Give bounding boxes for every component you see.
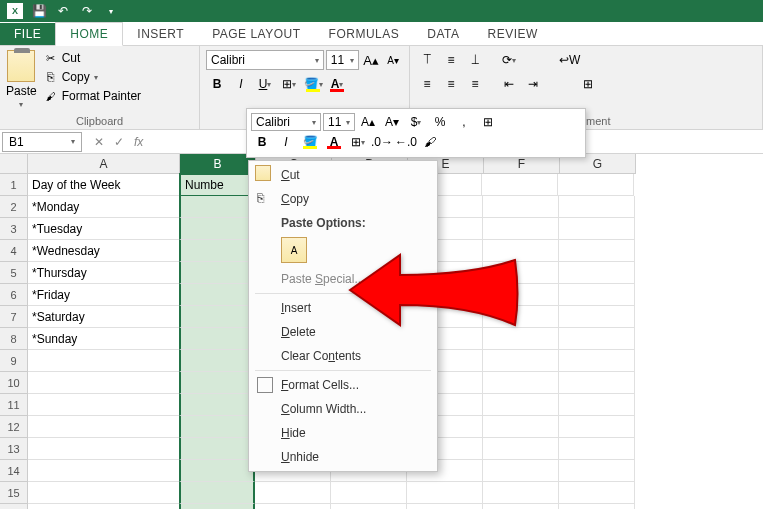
cell-D16[interactable] xyxy=(331,504,407,509)
tab-formulas[interactable]: FORMULAS xyxy=(315,23,414,45)
row-header[interactable]: 9 xyxy=(0,350,28,372)
bold-button[interactable]: B xyxy=(206,74,228,94)
row-header[interactable]: 1 xyxy=(0,174,28,196)
cell-G8[interactable] xyxy=(559,328,635,350)
row-header[interactable]: 7 xyxy=(0,306,28,328)
cell-A7[interactable]: *Saturday xyxy=(28,306,180,328)
align-top-icon[interactable]: ⟙ xyxy=(416,50,438,70)
row-header[interactable]: 5 xyxy=(0,262,28,284)
cell-D15[interactable] xyxy=(331,482,407,504)
increase-indent-icon[interactable]: ⇥ xyxy=(522,74,544,94)
cell-B7[interactable] xyxy=(179,306,255,328)
row-header[interactable]: 12 xyxy=(0,416,28,438)
cm-copy[interactable]: Copy xyxy=(251,187,435,211)
cell-G5[interactable] xyxy=(559,262,635,284)
cell-G14[interactable] xyxy=(559,460,635,482)
cell-B2[interactable] xyxy=(179,196,255,218)
mini-borders-icon[interactable]: ⊞ xyxy=(477,113,499,131)
cell-B13[interactable] xyxy=(179,438,255,460)
cell-G12[interactable] xyxy=(559,416,635,438)
align-center-icon[interactable]: ≡ xyxy=(440,74,462,94)
cut-button[interactable]: Cut xyxy=(41,50,144,66)
borders-button[interactable]: ⊞▾ xyxy=(278,74,300,94)
italic-button[interactable]: I xyxy=(230,74,252,94)
cell-G16[interactable] xyxy=(559,504,635,509)
cell-F12[interactable] xyxy=(483,416,559,438)
row-header[interactable]: 3 xyxy=(0,218,28,240)
font-name-select[interactable]: Calibri▾ xyxy=(206,50,324,70)
cm-clear-contents[interactable]: Clear Contents xyxy=(251,344,435,368)
cm-format-cells[interactable]: Format Cells... xyxy=(251,373,435,397)
merge-center-button[interactable]: ⊞ xyxy=(578,74,598,94)
cell-G9[interactable] xyxy=(559,350,635,372)
fill-color-button[interactable]: 🪣▾ xyxy=(302,74,324,94)
mini-shrink-font-icon[interactable]: A▾ xyxy=(381,113,403,131)
cell-G6[interactable] xyxy=(559,284,635,306)
copy-button[interactable]: Copy▾ xyxy=(41,69,144,85)
align-right-icon[interactable]: ≡ xyxy=(464,74,486,94)
row-header[interactable]: 6 xyxy=(0,284,28,306)
row-header[interactable]: 13 xyxy=(0,438,28,460)
cell-B6[interactable] xyxy=(179,284,255,306)
cell-F9[interactable] xyxy=(483,350,559,372)
cell-B11[interactable] xyxy=(179,394,255,416)
row-header[interactable]: 15 xyxy=(0,482,28,504)
cell-G7[interactable] xyxy=(559,306,635,328)
mini-format-painter-icon[interactable]: 🖌 xyxy=(419,133,441,151)
cell-B5[interactable] xyxy=(179,262,255,284)
enter-formula-icon[interactable]: ✓ xyxy=(110,135,128,149)
cm-cut[interactable]: Cut xyxy=(251,163,435,187)
cell-B8[interactable] xyxy=(179,328,255,350)
cell-A2[interactable]: *Monday xyxy=(28,196,180,218)
decrease-font-icon[interactable]: A▾ xyxy=(383,50,403,70)
cell-A1[interactable]: Day of the Week xyxy=(28,174,180,196)
cell-G4[interactable] xyxy=(559,240,635,262)
cell-E16[interactable] xyxy=(407,504,483,509)
tab-home[interactable]: HOME xyxy=(55,22,123,46)
undo-icon[interactable]: ↶ xyxy=(52,2,74,20)
cell-B16[interactable] xyxy=(179,504,255,509)
cell-G3[interactable] xyxy=(559,218,635,240)
row-header[interactable]: 4 xyxy=(0,240,28,262)
cell-F16[interactable] xyxy=(483,504,559,509)
mini-decimal-dec-icon[interactable]: ←.0 xyxy=(395,133,417,151)
row-header[interactable]: 8 xyxy=(0,328,28,350)
align-left-icon[interactable]: ≡ xyxy=(416,74,438,94)
row-header[interactable]: 16 xyxy=(0,504,28,509)
mini-borders2-icon[interactable]: ⊞▾ xyxy=(347,133,369,151)
cell-A16[interactable] xyxy=(28,504,180,509)
cell-F3[interactable] xyxy=(483,218,559,240)
cell-B4[interactable] xyxy=(179,240,255,262)
mini-font-size[interactable]: 11▾ xyxy=(323,113,355,131)
cell-G15[interactable] xyxy=(559,482,635,504)
format-painter-button[interactable]: Format Painter xyxy=(41,88,144,104)
name-box[interactable]: B1▾ xyxy=(2,132,82,152)
cell-B3[interactable] xyxy=(179,218,255,240)
mini-comma-icon[interactable]: , xyxy=(453,113,475,131)
save-icon[interactable]: 💾 xyxy=(28,2,50,20)
row-header[interactable]: 14 xyxy=(0,460,28,482)
cell-C16[interactable] xyxy=(255,504,331,509)
align-bottom-icon[interactable]: ⟘ xyxy=(464,50,486,70)
cell-F14[interactable] xyxy=(483,460,559,482)
cell-A10[interactable] xyxy=(28,372,180,394)
tab-data[interactable]: DATA xyxy=(413,23,473,45)
cell-A13[interactable] xyxy=(28,438,180,460)
cell-F15[interactable] xyxy=(483,482,559,504)
cell-A15[interactable] xyxy=(28,482,180,504)
col-header-B[interactable]: B xyxy=(180,154,256,174)
cell-B10[interactable] xyxy=(179,372,255,394)
font-size-select[interactable]: 11▾ xyxy=(326,50,359,70)
decrease-indent-icon[interactable]: ⇤ xyxy=(498,74,520,94)
cell-A6[interactable]: *Friday xyxy=(28,284,180,306)
mini-font-color-button[interactable]: A xyxy=(323,133,345,151)
cell-G11[interactable] xyxy=(559,394,635,416)
mini-fill-color-button[interactable]: 🪣 xyxy=(299,133,321,151)
mini-italic-button[interactable]: I xyxy=(275,133,297,151)
cell-B1[interactable]: Numbe xyxy=(179,173,255,197)
mini-bold-button[interactable]: B xyxy=(251,133,273,151)
cell-B9[interactable] xyxy=(179,350,255,372)
font-color-button[interactable]: A▾ xyxy=(326,74,348,94)
row-header[interactable]: 10 xyxy=(0,372,28,394)
paste-option-default[interactable]: A xyxy=(281,237,307,263)
